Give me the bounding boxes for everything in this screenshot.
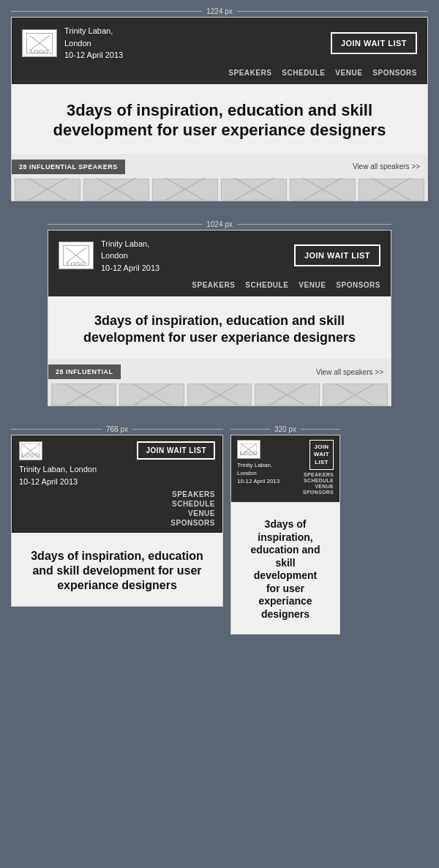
ruler-line-left-1024 xyxy=(48,224,202,225)
ruler-line-left-320 xyxy=(230,429,270,430)
nav-sponsors-1224[interactable]: SPONSORS xyxy=(372,69,417,77)
speaker-card-5 xyxy=(290,179,356,201)
site-info-1224: Trinity Laban, London 10-12 April 2013 xyxy=(64,25,123,61)
site-name-1024: Trinity Laban, xyxy=(101,238,160,250)
header-top-1024: LOGO Trinity Laban, London 10-12 April 2… xyxy=(59,238,380,274)
header-768: LOGO JOIN WAIT LIST Trinity Laban, Londo… xyxy=(12,435,222,533)
nav-sponsors-320[interactable]: SPONSORS xyxy=(303,490,334,495)
hero-title-1224: 3days of inspiration, education and skil… xyxy=(26,100,413,141)
nav-bar-1224: SPEAKERS SCHEDULE VENUE SPONSORS xyxy=(22,66,417,77)
logo-text-320: LOGO xyxy=(239,450,258,457)
speaker-card-1 xyxy=(15,179,80,201)
logo-text-768: LOGO xyxy=(21,452,40,458)
hero-title-1024: 3days of inspiration, education and skil… xyxy=(63,313,376,345)
logo-box-320: LOGO xyxy=(237,440,260,459)
frame-320-wrapper: 320 px LOGO xyxy=(230,425,340,646)
nav-speakers-1024[interactable]: SPEAKERS xyxy=(192,281,235,289)
site-location-320: London xyxy=(237,469,279,477)
site-location-1024: London xyxy=(101,250,160,262)
speakers-section-1024: 28 INFLUENTIAL View all speakers >> xyxy=(48,359,391,405)
ruler-line-left xyxy=(11,11,202,12)
speakers-badge-1024: 28 INFLUENTIAL xyxy=(48,364,121,379)
speaker-card-4 xyxy=(221,179,287,201)
nav-sponsors-768[interactable]: SPONSORS xyxy=(170,519,215,527)
nav-sponsors-1024[interactable]: SPONSORS xyxy=(336,281,380,289)
header-1224: LOGO Trinity Laban, London 10-12 April 2… xyxy=(12,18,427,84)
ruler-line-right-320 xyxy=(301,429,340,430)
frame-1224-wrapper: 1224 px LOGO Trinity Laban, xyxy=(11,7,428,213)
header-top-768: LOGO JOIN WAIT LIST xyxy=(19,441,215,460)
speakers-grid-1224 xyxy=(12,179,427,201)
speaker-card-1024-3 xyxy=(187,384,252,405)
speakers-grid-1024 xyxy=(48,384,391,405)
ruler-line-right-768 xyxy=(132,429,223,430)
nav-venue-1224[interactable]: VENUE xyxy=(335,69,362,77)
ruler-label-1024: 1024 px xyxy=(206,220,233,228)
speaker-card-1024-4 xyxy=(255,384,320,405)
ruler-line-left-768 xyxy=(11,429,102,430)
ruler-320: 320 px xyxy=(230,425,340,433)
ruler-line-right-1024 xyxy=(237,224,391,225)
frame-768-wrapper: 768 px LOGO xyxy=(11,425,223,618)
nav-bar-1024: SPEAKERS SCHEDULE VENUE SPONSORS xyxy=(59,278,380,289)
logo-text-1024: LOGO xyxy=(67,261,85,267)
logo-text: LOGO xyxy=(30,48,48,55)
ruler-1024: 1024 px xyxy=(48,220,391,228)
site-dates-768: 10-12 April 2013 xyxy=(19,476,215,488)
header-top-320: LOGO Trinity Laban, London 10-12 April 2… xyxy=(237,440,334,495)
logo-box-1024: LOGO xyxy=(59,242,94,269)
logo-area-1224: LOGO Trinity Laban, London 10-12 April 2… xyxy=(22,25,123,61)
view-all-1024[interactable]: View all speakers >> xyxy=(316,368,383,376)
nav-schedule-1024[interactable]: SCHEDULE xyxy=(245,281,288,289)
speakers-header-1024: 28 INFLUENTIAL View all speakers >> xyxy=(48,364,391,384)
frame-1024-wrapper: 1024 px LOGO Trinity Laban, xyxy=(48,220,391,419)
nav-bar-768: SPEAKERS SCHEDULE VENUE SPONSORS xyxy=(19,490,215,527)
site-name-768: Trinity Laban, London xyxy=(19,463,215,476)
speakers-section-1224: 28 INFLUENTIAL SPEAKERS View all speaker… xyxy=(12,154,427,201)
nav-speakers-1224[interactable]: SPEAKERS xyxy=(228,69,271,77)
hero-1024: 3days of inspiration, education and skil… xyxy=(48,296,391,359)
speakers-badge-1224: 28 INFLUENTIAL SPEAKERS xyxy=(12,160,125,174)
speaker-card-1024-1 xyxy=(51,384,116,405)
nav-speakers-768[interactable]: SPEAKERS xyxy=(172,490,215,498)
site-info-1024: Trinity Laban, London 10-12 April 2013 xyxy=(101,238,160,274)
nav-venue-320[interactable]: VENUE xyxy=(315,484,334,489)
hero-320: 3days of inspiration, education and skil… xyxy=(231,502,339,634)
nav-speakers-320[interactable]: SPEAKERS xyxy=(304,472,334,477)
ruler-line-right xyxy=(237,11,428,12)
join-btn-320[interactable]: JOINWAITLIST xyxy=(309,440,334,470)
join-btn-1224[interactable]: JOIN WAIT LIST xyxy=(331,32,417,54)
frame-1024: LOGO Trinity Laban, London 10-12 April 2… xyxy=(48,230,391,407)
site-dates-1224: 10-12 April 2013 xyxy=(64,49,123,61)
nav-bar-320: SPEAKERS SCHEDULE VENUE SPONSORS xyxy=(303,472,334,495)
speaker-card-3 xyxy=(152,179,218,201)
hero-768: 3days of inspiration, education and skil… xyxy=(12,533,222,606)
ruler-1224: 1224 px xyxy=(11,7,428,15)
join-btn-1024[interactable]: JOIN WAIT LIST xyxy=(294,244,380,266)
site-name-320: Trinity Laban, xyxy=(237,461,279,469)
nav-schedule-1224[interactable]: SCHEDULE xyxy=(282,69,325,77)
frame-1224: LOGO Trinity Laban, London 10-12 April 2… xyxy=(11,17,428,201)
nav-schedule-768[interactable]: SCHEDULE xyxy=(172,500,215,508)
speaker-card-6 xyxy=(359,179,424,201)
header-top-1224: LOGO Trinity Laban, London 10-12 April 2… xyxy=(22,25,417,61)
hero-title-768: 3days of inspiration, education and skil… xyxy=(26,549,208,593)
join-btn-768[interactable]: JOIN WAIT LIST xyxy=(137,441,215,460)
site-dates-320: 10-12 April 2013 xyxy=(237,477,279,485)
header-1024: LOGO Trinity Laban, London 10-12 April 2… xyxy=(48,231,391,297)
ruler-label-768: 768 px xyxy=(106,425,128,433)
site-name-1224: Trinity Laban, xyxy=(64,25,123,37)
ruler-label-320: 320 px xyxy=(274,425,296,433)
site-info-768: Trinity Laban, London 10-12 April 2013 xyxy=(19,463,215,487)
site-info-320: Trinity Laban, London 10-12 April 2013 xyxy=(237,461,279,486)
ruler-768: 768 px xyxy=(11,425,223,433)
frame-768: LOGO JOIN WAIT LIST Trinity Laban, Londo… xyxy=(11,435,223,607)
nav-venue-1024[interactable]: VENUE xyxy=(299,281,326,289)
nav-schedule-320[interactable]: SCHEDULE xyxy=(304,478,334,483)
logo-area-768: LOGO xyxy=(19,441,42,460)
view-all-1224[interactable]: View all speakers >> xyxy=(353,162,420,171)
logo-box-1224: LOGO xyxy=(22,29,57,57)
nav-venue-768[interactable]: VENUE xyxy=(188,509,215,517)
site-location-1224: London xyxy=(64,37,123,50)
speaker-card-1024-2 xyxy=(119,384,184,405)
